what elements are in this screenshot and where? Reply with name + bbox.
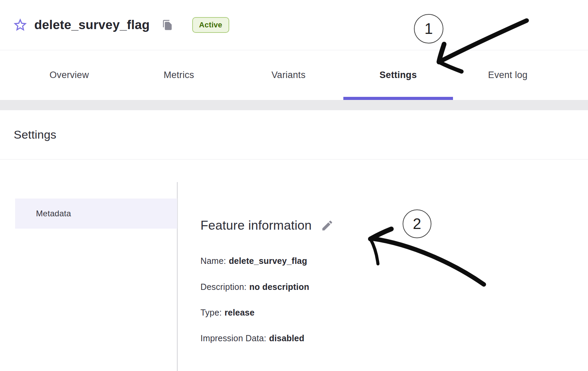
pencil-icon bbox=[321, 219, 334, 232]
feature-information-title: Feature information bbox=[200, 218, 312, 233]
feature-information-header: Feature information bbox=[200, 218, 334, 233]
tab-metrics[interactable]: Metrics bbox=[124, 50, 234, 100]
separator-band bbox=[0, 100, 588, 110]
tab-variants[interactable]: Variants bbox=[234, 50, 343, 100]
settings-content: Metadata Feature information Name:delete… bbox=[0, 159, 588, 371]
status-badge: Active bbox=[192, 17, 229, 33]
copy-icon bbox=[162, 20, 173, 30]
copy-name-button[interactable] bbox=[162, 20, 173, 30]
page-title: Settings bbox=[14, 128, 56, 141]
info-row-type: Type:release bbox=[200, 308, 255, 318]
info-row-description: Description:no description bbox=[200, 282, 309, 292]
active-tab-indicator bbox=[343, 97, 453, 100]
flag-tabs: Overview Metrics Variants Settings Event… bbox=[0, 50, 588, 100]
tab-event-log[interactable]: Event log bbox=[453, 50, 563, 100]
info-row-impression-data: Impression Data:disabled bbox=[200, 333, 304, 343]
info-row-name: Name:delete_survey_flag bbox=[200, 256, 307, 266]
star-outline-icon bbox=[12, 17, 28, 33]
favorite-star-button[interactable] bbox=[12, 17, 28, 33]
sidebar-item-metadata[interactable]: Metadata bbox=[15, 199, 177, 229]
tab-overview[interactable]: Overview bbox=[14, 50, 124, 100]
settings-section-header: Settings bbox=[0, 110, 588, 159]
page-header: delete_survey_flag Active bbox=[0, 0, 588, 50]
tab-settings[interactable]: Settings bbox=[343, 50, 453, 100]
flag-name-title: delete_survey_flag bbox=[34, 18, 150, 32]
edit-feature-button[interactable] bbox=[321, 219, 334, 232]
feature-flag-page: delete_survey_flag Active Overview Metri… bbox=[0, 0, 588, 371]
